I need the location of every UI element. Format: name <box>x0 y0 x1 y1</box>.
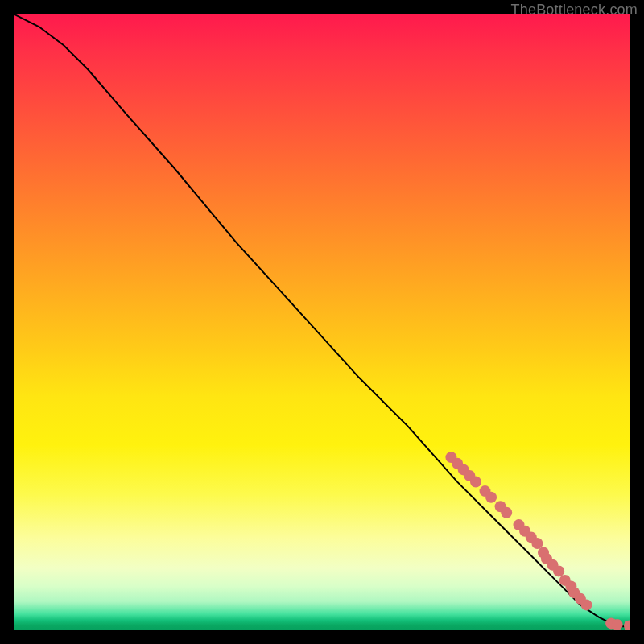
chart-frame: TheBottleneck.com <box>0 0 644 644</box>
plot-background <box>14 14 630 630</box>
watermark-text: TheBottleneck.com <box>511 2 638 19</box>
